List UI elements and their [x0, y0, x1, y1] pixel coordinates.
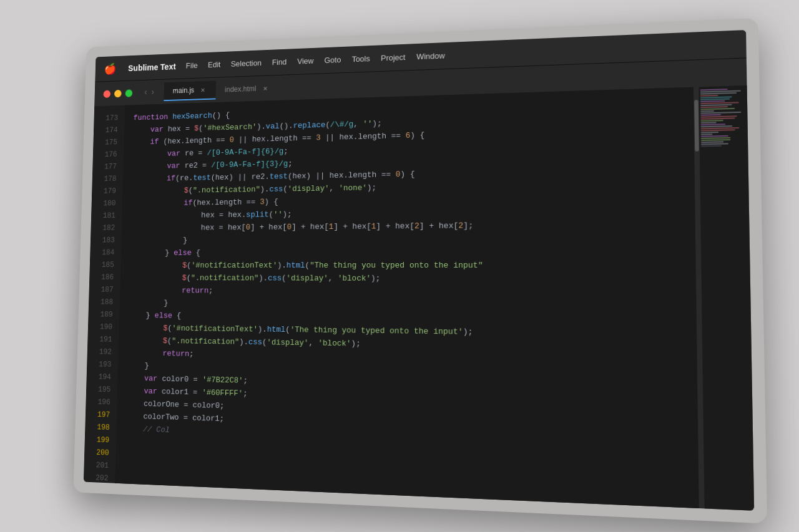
- line-num-197: 197: [86, 408, 117, 422]
- app-name[interactable]: Sublime Text: [128, 61, 176, 72]
- code-line-189: $(".notification").css('display', 'block…: [129, 271, 685, 286]
- close-button[interactable]: [103, 90, 110, 97]
- tab-close-icon[interactable]: ✕: [199, 85, 207, 94]
- fullscreen-button[interactable]: [125, 89, 133, 96]
- line-num-201: 201: [84, 458, 115, 472]
- tab-label: main.js: [173, 86, 195, 95]
- laptop-frame: 🍎 Sublime Text File Edit Selection Find …: [73, 17, 767, 523]
- nav-forward-button[interactable]: ›: [150, 87, 155, 97]
- line-num-175: 175: [93, 136, 124, 149]
- tab-close-icon[interactable]: ✕: [261, 84, 269, 92]
- line-num-180: 180: [91, 197, 122, 210]
- apple-logo-icon[interactable]: 🍎: [104, 62, 116, 75]
- line-num-176: 176: [93, 148, 124, 162]
- mini-line: [701, 135, 728, 137]
- menu-goto[interactable]: Goto: [324, 55, 341, 64]
- line-num-185: 185: [90, 259, 121, 271]
- menu-tools[interactable]: Tools: [351, 54, 370, 64]
- line-num-178: 178: [92, 173, 124, 185]
- line-num-189: 189: [88, 308, 119, 321]
- mini-line: [701, 143, 728, 145]
- mini-line: [700, 100, 725, 102]
- code-line-188: $('#notificationText').html("The thing y…: [129, 258, 685, 272]
- line-num-200: 200: [84, 446, 116, 460]
- screen: 🍎 Sublime Text File Edit Selection Find …: [84, 30, 754, 511]
- line-num-173: 173: [94, 112, 125, 125]
- line-num-187: 187: [89, 284, 120, 296]
- line-num-202: 202: [84, 472, 115, 483]
- line-num-182: 182: [91, 222, 122, 235]
- line-num-174: 174: [94, 124, 125, 137]
- line-num-177: 177: [92, 160, 124, 173]
- minimap-content: [699, 85, 748, 149]
- line-num-184: 184: [90, 246, 121, 259]
- tab-index-html[interactable]: index.html ✕: [215, 78, 278, 99]
- line-num-183: 183: [91, 235, 122, 247]
- line-num-193: 193: [87, 358, 118, 371]
- line-num-179: 179: [92, 185, 123, 198]
- line-num-198: 198: [85, 421, 117, 435]
- mini-line: [701, 137, 730, 138]
- editor-body: 173 174 175 176 177 178 179 180 181 182 …: [84, 85, 754, 510]
- tab-main-js[interactable]: main.js ✕: [164, 80, 216, 101]
- tab-label: index.html: [225, 84, 257, 94]
- menu-file[interactable]: File: [186, 60, 198, 70]
- code-area[interactable]: function hexSearch() { var hex = $('#hex…: [115, 87, 699, 508]
- line-num-195: 195: [86, 383, 117, 396]
- minimap: [699, 85, 754, 510]
- mini-line: [700, 122, 716, 123]
- traffic-lights: [103, 89, 132, 97]
- line-num-190: 190: [88, 321, 119, 334]
- minimize-button[interactable]: [114, 89, 122, 97]
- nav-arrows: ‹ ›: [144, 87, 155, 97]
- code-line-187: } else {: [130, 244, 685, 259]
- menu-find[interactable]: Find: [272, 57, 287, 66]
- line-num-194: 194: [86, 370, 117, 384]
- mini-line: [700, 123, 725, 125]
- menu-edit[interactable]: Edit: [208, 60, 221, 69]
- mini-line: [701, 145, 722, 147]
- mini-line: [701, 131, 719, 133]
- line-num-186: 186: [89, 271, 120, 284]
- line-num-181: 181: [91, 210, 122, 222]
- mini-line: [701, 138, 730, 140]
- line-num-196: 196: [86, 395, 117, 409]
- scrollbar-thumb[interactable]: [694, 100, 699, 152]
- line-num-199: 199: [84, 433, 116, 447]
- mini-line: [700, 114, 721, 115]
- menu-project[interactable]: Project: [381, 52, 406, 62]
- mini-line: [700, 120, 723, 122]
- menu-window[interactable]: Window: [416, 51, 445, 60]
- line-num-188: 188: [89, 296, 120, 309]
- mini-line: [701, 141, 723, 143]
- nav-back-button[interactable]: ‹: [144, 87, 149, 97]
- mini-line: [700, 94, 718, 96]
- menu-view[interactable]: View: [297, 56, 314, 65]
- mini-line: [701, 133, 712, 135]
- line-num-191: 191: [87, 333, 119, 346]
- menu-selection[interactable]: Selection: [231, 58, 262, 68]
- mini-line: [700, 110, 714, 112]
- line-num-192: 192: [87, 346, 119, 359]
